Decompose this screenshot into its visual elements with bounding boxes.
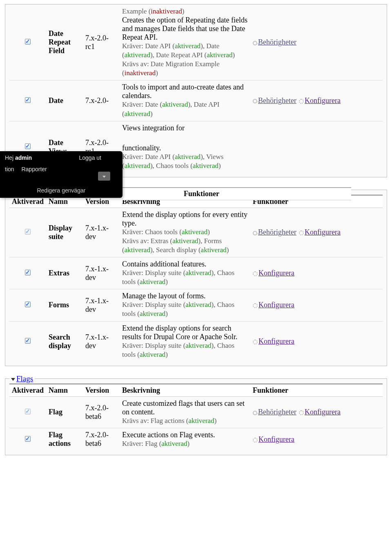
collapse-arrow-icon (11, 378, 15, 381)
permissions-link[interactable]: Behörigheter (258, 408, 296, 416)
module-ops: Konfigurera (250, 289, 383, 321)
module-name: Search display (46, 321, 83, 362)
configure-icon (299, 410, 304, 415)
dep-line: Kräver: Display suite (aktiverad), Chaos… (122, 268, 248, 286)
configure-link[interactable]: Konfigurera (305, 408, 341, 416)
module-group: Display suite Aktiverad Namn Version Bes… (5, 186, 387, 366)
enable-checkbox[interactable] (25, 338, 31, 344)
group-title-link[interactable]: Flags (16, 374, 33, 383)
module-description-suffix: functionality. (122, 144, 248, 152)
dep-line: Example (inaktiverad) (122, 7, 248, 16)
dep-line: Kräver: Chaos tools (aktiverad) (122, 228, 248, 237)
module-name: Forms (46, 289, 83, 321)
configure-link[interactable]: Konfigurera (258, 435, 294, 443)
module-name: Date Repeat Field (46, 4, 83, 81)
configure-icon (253, 438, 258, 443)
configure-link[interactable]: Konfigurera (258, 269, 294, 277)
module-row: Date Repeat Field 7.x-2.0-rc1 Example (i… (9, 4, 383, 81)
module-name: Display suite (46, 208, 83, 257)
permissions-icon (253, 411, 257, 415)
dep-state: aktiverad (140, 310, 165, 318)
configure-icon (299, 99, 304, 104)
th-name: Namn (46, 384, 83, 396)
module-version: 7.x-1.x-dev (83, 289, 120, 321)
configure-link[interactable]: Konfigurera (258, 301, 294, 309)
admin-toolbar: Hej admin Logga ut tion Rapporter Redige… (0, 151, 122, 198)
enable-checkbox[interactable] (25, 436, 31, 442)
module-name: Flag actions (46, 428, 83, 451)
enable-checkbox[interactable] (25, 39, 31, 45)
module-row: Flag actions 7.x-2.0-beta6 Execute actio… (9, 428, 383, 451)
dep-line: Kräver: Date API (aktiverad), Views (akt… (122, 152, 248, 170)
module-ops: Konfigurera (250, 321, 383, 362)
group-legend[interactable]: Flags (9, 374, 35, 383)
module-description: Create customized flags that users can s… (122, 399, 248, 416)
dep-state: aktiverad (140, 278, 165, 286)
modules-table: Aktiverad Namn Version Beskrivning Funkt… (9, 383, 383, 451)
module-ops: Konfigurera (250, 428, 383, 451)
dep-state: aktiverad (207, 51, 232, 59)
permissions-link[interactable]: Behörigheter (258, 96, 296, 105)
configure-icon (253, 271, 258, 276)
configure-link[interactable]: Konfigurera (305, 228, 341, 236)
dep-state: aktiverad (125, 162, 150, 170)
permissions-link[interactable]: Behörigheter (258, 38, 296, 46)
module-description: Contains additional features. (122, 260, 248, 268)
module-description: Execute actions on Flag events. (122, 431, 248, 439)
enable-checkbox[interactable] (25, 97, 31, 103)
dep-state: aktiverad (125, 110, 150, 118)
dep-state: aktiverad (182, 228, 207, 236)
dep-state: aktiverad (185, 269, 211, 277)
dep-state: aktiverad (201, 246, 227, 254)
configure-icon (299, 230, 304, 235)
module-version: 7.x-2.0- (83, 81, 120, 121)
th-operations: Funktioner (250, 384, 383, 396)
enable-checkbox[interactable] (25, 143, 31, 149)
module-ops: Konfigurera (250, 257, 383, 289)
module-row: Extras 7.x-1.x-dev Contains additional f… (9, 257, 383, 289)
dep-state: aktiverad (125, 246, 150, 254)
dep-state: aktiverad (175, 153, 200, 161)
module-version: 7.x-2.0-beta6 (83, 428, 120, 451)
configure-link[interactable]: Konfigurera (258, 337, 294, 345)
configure-icon (253, 303, 258, 308)
toolbar-nav-item[interactable]: tion (5, 166, 14, 172)
module-description: Manage the layout of forms. (122, 292, 248, 300)
dep-line: Kräver: Flag (aktiverad) (122, 439, 248, 448)
enable-checkbox[interactable] (25, 302, 31, 307)
permissions-icon (253, 41, 257, 45)
module-description: Tools to import and auto-create dates an… (122, 83, 248, 100)
module-description: Extend the display options for search re… (122, 324, 248, 341)
enable-checkbox[interactable] (25, 270, 31, 275)
module-name: Extras (46, 257, 83, 289)
dep-line: Krävs av: Date Migration Example (inakti… (122, 60, 248, 78)
dep-state: aktiverad (185, 301, 211, 309)
module-description: Extend the display options for every ent… (122, 210, 248, 228)
module-row: Forms 7.x-1.x-dev Manage the layout of f… (9, 289, 383, 321)
configure-link[interactable]: Konfigurera (305, 96, 341, 105)
table-header-row: Aktiverad Namn Version Beskrivning Funkt… (9, 384, 383, 396)
toolbar-nav-item[interactable]: Rapporter (21, 166, 47, 172)
dep-state: inaktiverad (125, 69, 156, 77)
module-row: Date 7.x-2.0- Tools to import and auto-c… (9, 81, 383, 121)
modules-table: Aktiverad Namn Version Beskrivning Funkt… (9, 195, 383, 362)
modules-table: Date Repeat Field 7.x-2.0-rc1 Example (i… (9, 4, 383, 173)
module-description: Views integration for (122, 124, 248, 132)
toolbar-toggle-icon[interactable] (98, 172, 110, 181)
module-ops: Behörigheter (250, 4, 383, 81)
dep-line: Kräver: Display suite (aktiverad), Chaos… (122, 341, 248, 359)
logout-link[interactable]: Logga ut (79, 154, 102, 161)
module-ops (250, 121, 383, 173)
dep-line: Kräver: Date (aktiverad), Date API (akti… (122, 100, 248, 118)
permissions-icon (253, 231, 257, 235)
dep-state: aktiverad (188, 417, 214, 425)
module-name: Date (46, 81, 83, 121)
module-version: 7.x-1.x-dev (83, 208, 120, 257)
module-ops: BehörigheterKonfigurera (250, 81, 383, 121)
th-enabled: Aktiverad (9, 384, 46, 396)
module-ops: BehörigheterKonfigurera (250, 396, 383, 428)
toolbar-greeting: Hej admin (5, 154, 32, 161)
permissions-link[interactable]: Behörigheter (258, 228, 296, 236)
dep-state: aktiverad (185, 342, 211, 349)
module-row: Display suite 7.x-1.x-dev Extend the dis… (9, 208, 383, 257)
